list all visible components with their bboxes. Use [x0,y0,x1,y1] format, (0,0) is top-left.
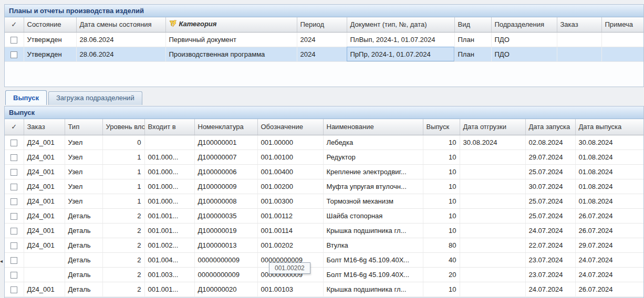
table-cell[interactable] [601,47,643,61]
table-cell[interactable]: 40 [423,252,460,267]
table-cell[interactable]: 28.06.2024 [76,32,165,47]
table-cell[interactable]: Утвержден [24,32,76,47]
col-header-order[interactable]: Заказ [24,119,65,135]
table-cell[interactable]: 001.003... [144,267,194,282]
table-cell[interactable]: Деталь [65,238,102,252]
table-cell[interactable]: Деталь [65,252,102,267]
table-cell[interactable]: 30.08.2024 [575,135,643,150]
table-cell[interactable]: 001.001... [144,208,194,223]
table-cell[interactable] [601,32,643,47]
row-checkbox-cell[interactable] [5,194,24,208]
table-cell[interactable]: Крепление электродвиг... [323,164,423,179]
tab-zagruzka-podrazdeleniy[interactable]: Загрузка подразделений [48,91,142,105]
table-cell[interactable]: Редуктор [323,150,423,164]
table-cell[interactable]: 00000000009 [194,252,257,267]
table-cell[interactable]: 001.004... [144,252,194,267]
col-header-type[interactable]: Тип [65,119,102,135]
col-header-check[interactable]: ✓ [5,17,24,32]
table-cell[interactable]: Деталь [65,223,102,238]
table-cell[interactable]: Деталь [65,282,102,296]
table-cell[interactable]: 24.07.2024 [525,223,575,238]
table-cell[interactable] [460,208,525,223]
table-cell[interactable]: 25.07.2024 [525,194,575,208]
table-row[interactable]: Д24_001Узел1001.000...Д100000009001.0020… [5,179,643,194]
table-cell[interactable]: Д24_001 [24,194,65,208]
table-cell[interactable]: Д100000013 [194,238,257,252]
table-cell[interactable]: 01.08.2024 [575,179,643,194]
table-cell[interactable]: Лебедка [323,135,423,150]
table-cell[interactable]: 1 [102,179,144,194]
table-cell[interactable]: 10 [423,282,460,296]
table-cell[interactable]: Д24_001 [24,135,65,150]
table-row[interactable]: Д24_001Узел1001.000...Д100000008001.0030… [5,194,643,208]
table-row[interactable]: Д24_001Узел0Д100000001001.00000Лебедка10… [5,135,643,150]
table-cell[interactable]: 001.00112 [257,208,323,223]
table-cell[interactable]: 001.00100 [257,150,323,164]
table-cell[interactable]: Узел [65,194,102,208]
row-checkbox[interactable] [11,257,17,264]
table-row[interactable]: Д24_001Деталь2001.001...Д100000019001.00… [5,223,643,238]
col-header-nomenclature[interactable]: Номенклатура [194,119,257,135]
row-checkbox[interactable] [11,286,17,293]
row-checkbox-cell[interactable] [5,164,24,179]
table-cell[interactable]: 2 [102,238,144,252]
row-checkbox-cell[interactable] [5,238,24,252]
table-row[interactable]: Деталь2001.004...0000000000900000000009Б… [5,252,643,267]
table-cell[interactable] [24,252,65,267]
table-cell[interactable]: 28.06.2024 [76,47,165,61]
table-cell[interactable]: 001.00300 [257,194,323,208]
table-cell[interactable]: 01.08.2024 [575,164,643,179]
row-checkbox-cell[interactable] [5,135,24,150]
table-cell[interactable]: Узел [65,164,102,179]
table-cell[interactable]: 2024 [297,47,347,61]
table-cell[interactable]: Д100000035 [194,208,257,223]
table-cell[interactable]: Крышка подшипника гл... [323,223,423,238]
table-cell[interactable]: 22.07.2024 [525,238,575,252]
table-cell[interactable]: 1 [102,194,144,208]
table-cell[interactable]: Крышка подшипника гл... [323,282,423,296]
table-cell[interactable] [460,252,525,267]
table-cell[interactable]: 80 [423,238,460,252]
table-cell[interactable] [460,150,525,164]
table-row[interactable]: Деталь2001.003...0000000000900000000009Б… [5,267,643,282]
table-cell[interactable]: 02.08.2024 [525,135,575,150]
table-cell[interactable]: 25.07.2024 [525,208,575,223]
table-cell[interactable]: Д100000008 [194,194,257,208]
row-checkbox[interactable] [11,213,17,220]
table-cell[interactable]: 26.07.2024 [575,208,643,223]
table-cell[interactable]: ПрПр, 2024-1, 01.07.2024 [347,47,454,61]
table-cell[interactable]: Узел [65,135,102,150]
table-cell[interactable]: Д24_001 [24,150,65,164]
table-cell[interactable] [460,282,525,296]
table-cell[interactable]: 29.07.2024 [525,150,575,164]
table-row[interactable]: Д24_001Деталь2001.001...Д100000020001.00… [5,282,643,296]
table-cell[interactable]: 24.07.2024 [575,252,643,267]
row-checkbox[interactable] [11,272,17,279]
table-cell[interactable]: Втулка [323,238,423,252]
row-checkbox[interactable] [11,154,17,161]
table-cell[interactable]: Первичный документ [165,32,297,47]
table-cell[interactable]: 26.07.2024 [575,282,643,296]
table-cell[interactable]: Д24_001 [24,282,65,296]
table-cell[interactable]: 10 [423,179,460,194]
table-cell[interactable]: Д100000020 [194,282,257,296]
table-cell[interactable]: 10 [423,150,460,164]
table-cell[interactable]: Деталь [65,267,102,282]
table-cell[interactable]: 01.08.2024 [575,150,643,164]
table-cell[interactable]: 23.07.2024 [525,252,575,267]
col-header-kind[interactable]: Вид [454,17,491,32]
table-cell[interactable]: 2 [102,267,144,282]
splitter-collapse-button[interactable]: ◂ [0,256,5,267]
table-cell[interactable]: ПДО [491,32,557,47]
col-header-document[interactable]: Документ (тип, №, дата) [347,17,454,32]
col-header-ship-date[interactable]: Дата отгрузки [460,119,525,135]
row-checkbox[interactable] [11,242,17,249]
table-cell[interactable]: Д100000001 [194,135,257,150]
row-checkbox-cell[interactable] [5,252,24,267]
table-cell[interactable]: Д100000007 [194,150,257,164]
row-checkbox-cell[interactable] [5,267,24,282]
col-header-state[interactable]: Состояние [24,17,76,32]
row-checkbox-cell[interactable] [5,150,24,164]
table-cell[interactable]: План [454,32,491,47]
table-cell[interactable]: 10 [423,208,460,223]
